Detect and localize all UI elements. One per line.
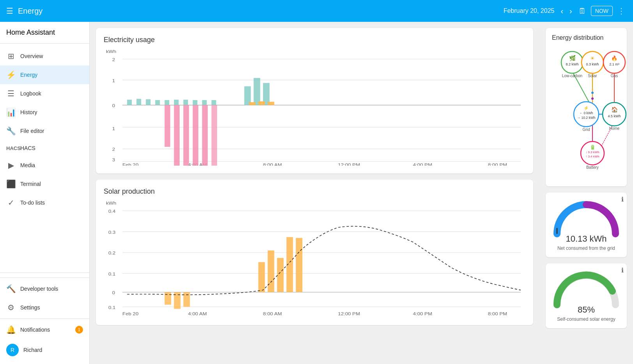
sidebar-item-energy[interactable]: ⚡ Energy <box>0 65 89 84</box>
svg-text:12:00 PM: 12:00 PM <box>338 311 360 316</box>
svg-rect-31 <box>174 105 179 166</box>
svg-rect-34 <box>202 105 207 166</box>
sidebar-item-overview[interactable]: ⊞ Overview <box>0 47 89 65</box>
sidebar-item-logbook[interactable]: ☰ Logbook <box>0 84 89 103</box>
svg-text:2.1 m³: 2.1 m³ <box>609 62 619 66</box>
svg-text:0: 0 <box>112 290 115 295</box>
svg-text:→ 10.2 kWh: → 10.2 kWh <box>577 116 596 120</box>
sidebar-separator-2 <box>0 318 89 319</box>
sidebar-item-media[interactable]: ▶ Media <box>0 156 89 175</box>
svg-text:3: 3 <box>112 157 115 163</box>
sidebar-item-settings[interactable]: ⚙ Settings <box>0 298 89 317</box>
sidebar-label-user: Richard <box>23 347 42 353</box>
sidebar-label-dev-tools: Developer tools <box>20 286 58 292</box>
svg-rect-28 <box>202 100 207 105</box>
svg-rect-39 <box>249 102 256 105</box>
svg-point-76 <box>591 97 594 100</box>
svg-text:0: 0 <box>112 103 115 108</box>
topbar-date: February 20, 2025 <box>504 7 555 14</box>
sidebar-item-terminal[interactable]: ⬛ Terminal <box>0 175 89 193</box>
sidebar-item-history[interactable]: 📊 History <box>0 103 89 122</box>
sidebar-nav: ⊞ Overview ⚡ Energy ☰ Logbook 📊 History … <box>0 44 89 272</box>
sidebar-item-todo[interactable]: ✓ To-do lists <box>0 193 89 212</box>
svg-text:12:00 PM: 12:00 PM <box>338 163 360 166</box>
solar-gauge-svg <box>551 270 621 309</box>
svg-text:Home: Home <box>609 126 620 131</box>
sidebar-item-dev-tools[interactable]: 🔨 Developer tools <box>0 279 89 298</box>
sidebar-label-terminal: Terminal <box>20 181 41 187</box>
svg-point-77 <box>591 92 594 94</box>
sidebar-bottom: 🔨 Developer tools ⚙ Settings 🔔 Notificat… <box>0 272 89 364</box>
svg-text:8:00 AM: 8:00 AM <box>263 163 282 166</box>
sidebar-label-history: History <box>20 109 37 115</box>
svg-text:2: 2 <box>112 147 115 152</box>
svg-rect-69 <box>296 238 302 292</box>
sidebar-item-user[interactable]: R Richard <box>0 339 89 361</box>
sidebar-label-energy: Energy <box>20 72 37 78</box>
svg-text:8:00 AM: 8:00 AM <box>263 311 282 316</box>
svg-text:🔋: 🔋 <box>590 144 596 150</box>
svg-text:Low-carbon: Low-carbon <box>562 74 582 78</box>
svg-text:2: 2 <box>112 57 115 62</box>
nav-prev-button[interactable]: ‹ <box>559 5 565 17</box>
svg-text:1: 1 <box>112 126 115 131</box>
brand-name: Home Assistant <box>6 28 55 37</box>
svg-text:⚡: ⚡ <box>583 105 589 111</box>
logbook-icon: ☰ <box>6 89 16 98</box>
settings-icon: ⚙ <box>6 303 16 312</box>
svg-text:🌿: 🌿 <box>569 55 576 62</box>
svg-text:Solar: Solar <box>588 74 597 78</box>
sidebar-label-settings: Settings <box>20 304 40 311</box>
svg-text:1: 1 <box>112 78 115 83</box>
svg-rect-62 <box>164 292 171 305</box>
sidebar-item-notifications[interactable]: 🔔 Notifications 1 <box>0 320 89 339</box>
net-consumed-label: Net consumed from the grid <box>557 246 615 251</box>
svg-rect-67 <box>277 258 284 292</box>
solar-info-icon[interactable]: ℹ <box>621 267 624 274</box>
overview-icon: ⊞ <box>6 51 16 61</box>
svg-text:kWh: kWh <box>106 49 116 54</box>
nav-next-button[interactable]: › <box>568 5 574 17</box>
svg-text:0.1: 0.1 <box>108 305 115 310</box>
svg-rect-64 <box>183 292 190 307</box>
main-panels: Electricity usage 2 1 0 1 2 3 kWh <box>90 22 539 364</box>
notification-badge: 1 <box>75 326 83 334</box>
content-area: Electricity usage 2 1 0 1 2 3 kWh <box>90 22 633 364</box>
more-menu-button[interactable]: ⋮ <box>616 5 627 17</box>
media-icon: ▶ <box>6 161 16 170</box>
svg-text:0.2: 0.2 <box>108 251 115 256</box>
electricity-chart-svg: 2 1 0 1 2 3 kWh <box>104 49 525 166</box>
sidebar-label-file-editor: File editor <box>20 128 44 134</box>
solar-chart-title: Solar production <box>104 187 525 196</box>
svg-text:☀: ☀ <box>590 55 595 61</box>
net-consumed-value: 10.13 kWh <box>566 234 606 244</box>
svg-text:0.3: 0.3 <box>108 230 115 235</box>
svg-text:↑ 3.4 kWh: ↑ 3.4 kWh <box>585 155 599 158</box>
energy-dist-title: Energy distribution <box>552 34 621 41</box>
calendar-button[interactable]: 🗓 <box>577 5 588 17</box>
net-consumed-gauge-svg <box>551 199 621 238</box>
svg-rect-33 <box>193 105 198 166</box>
menu-icon[interactable]: ☰ <box>6 6 13 16</box>
sidebar-label-hacs: HACS <box>20 145 35 151</box>
solar-production-card: Solar production kWh 0.4 0.3 0.2 0.1 0 0… <box>96 180 533 325</box>
sidebar-item-hacs[interactable]: HACS HACS <box>0 140 89 156</box>
svg-text:← 0 kWh: ← 0 kWh <box>580 111 593 115</box>
sidebar: Home Assistant ⊞ Overview ⚡ Energy ☰ Log… <box>0 22 90 364</box>
solar-gauge-container: 85% Self-consumed solar energy <box>552 270 621 322</box>
sidebar-item-file-editor[interactable]: 🔧 File editor <box>0 122 89 140</box>
svg-text:🏠: 🏠 <box>611 106 618 113</box>
now-button[interactable]: NOW <box>591 6 613 16</box>
net-consumed-info-icon[interactable]: ℹ <box>621 196 624 203</box>
todo-icon: ✓ <box>6 198 16 207</box>
svg-text:Feb 20: Feb 20 <box>122 163 138 166</box>
sidebar-label-media: Media <box>20 162 35 168</box>
svg-rect-24 <box>164 100 169 105</box>
svg-rect-23 <box>155 100 160 105</box>
svg-rect-25 <box>174 100 179 105</box>
svg-rect-40 <box>258 101 265 105</box>
svg-rect-41 <box>268 102 274 105</box>
electricity-chart-title: Electricity usage <box>104 36 525 44</box>
svg-rect-29 <box>212 100 216 105</box>
energy-icon: ⚡ <box>6 70 16 80</box>
